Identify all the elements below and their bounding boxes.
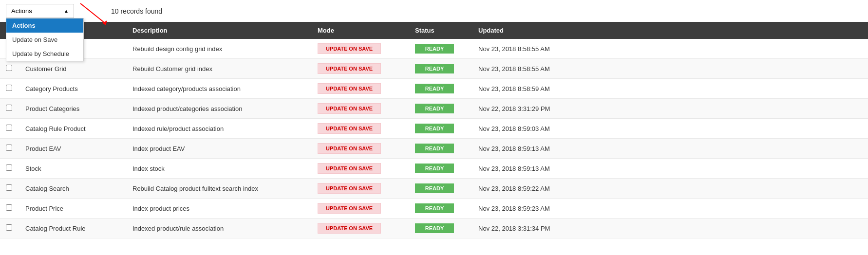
status-badge: READY: [415, 203, 454, 213]
row-name: Catalog Rule Product: [19, 119, 127, 139]
row-mode: UPDATE ON SAVE: [312, 219, 409, 238]
table-row: Product Categories Indexed product/categ…: [0, 99, 868, 119]
row-updated: Nov 23, 2018 8:58:55 AM: [472, 39, 868, 59]
row-name: Category Products: [19, 79, 127, 99]
row-checkbox[interactable]: [6, 224, 12, 231]
status-badge: READY: [415, 124, 454, 133]
row-name: Customer Grid: [19, 59, 127, 79]
row-updated: Nov 23, 2018 8:59:13 AM: [472, 159, 868, 179]
row-updated: Nov 23, 2018 8:59:22 AM: [472, 179, 868, 199]
dropdown-arrow-icon: ▲: [64, 8, 69, 14]
header-updated-col: Updated: [472, 22, 868, 39]
row-status: READY: [409, 159, 472, 179]
table-row: Catalog Product Rule Indexed product/rul…: [0, 219, 868, 238]
table-row: Stock Index stock UPDATE ON SAVE READY N…: [0, 159, 868, 179]
table-row: Design Config Grid Rebuild design config…: [0, 39, 868, 59]
status-badge: READY: [415, 164, 454, 173]
row-mode: UPDATE ON SAVE: [312, 99, 409, 119]
top-bar: Actions ▲ Actions Update on Save Update …: [0, 0, 868, 22]
actions-label: Actions: [11, 7, 32, 15]
row-mode: UPDATE ON SAVE: [312, 179, 409, 199]
row-mode: UPDATE ON SAVE: [312, 139, 409, 159]
row-status: READY: [409, 219, 472, 238]
row-checkbox[interactable]: [6, 145, 12, 151]
row-checkbox-cell: [0, 199, 19, 219]
mode-badge: UPDATE ON SAVE: [318, 83, 381, 94]
row-status: READY: [409, 199, 472, 219]
mode-badge: UPDATE ON SAVE: [318, 183, 381, 194]
menu-item-update-on-save[interactable]: Update on Save: [6, 33, 83, 47]
table-row: Product Price Index product prices UPDAT…: [0, 199, 868, 219]
row-checkbox-cell: [0, 179, 19, 199]
row-checkbox-cell: [0, 139, 19, 159]
row-updated: Nov 23, 2018 8:59:03 AM: [472, 119, 868, 139]
status-badge: READY: [415, 84, 454, 93]
row-mode: UPDATE ON SAVE: [312, 119, 409, 139]
row-mode: UPDATE ON SAVE: [312, 79, 409, 99]
svg-line-0: [80, 3, 105, 23]
row-description: Indexed product/categories association: [127, 99, 312, 119]
row-checkbox[interactable]: [6, 184, 12, 191]
mode-badge: UPDATE ON SAVE: [318, 63, 381, 74]
row-checkbox[interactable]: [6, 65, 12, 71]
row-status: READY: [409, 179, 472, 199]
row-updated: Nov 23, 2018 8:58:55 AM: [472, 59, 868, 79]
header-description-col: Description: [127, 22, 312, 39]
row-description: Index stock: [127, 159, 312, 179]
row-description: Index product prices: [127, 199, 312, 219]
row-checkbox-cell: [0, 99, 19, 119]
mode-badge: UPDATE ON SAVE: [318, 163, 381, 174]
row-checkbox[interactable]: [6, 105, 12, 111]
row-checkbox[interactable]: [6, 164, 12, 171]
row-name: Stock: [19, 159, 127, 179]
status-badge: READY: [415, 183, 454, 193]
row-description: Rebuild design config grid index: [127, 39, 312, 59]
row-status: READY: [409, 99, 472, 119]
menu-item-update-by-schedule[interactable]: Update by Schedule: [6, 47, 83, 61]
row-name: Catalog Product Rule: [19, 219, 127, 238]
row-description: Rebuild Catalog product fulltext search …: [127, 179, 312, 199]
row-checkbox-cell: [0, 219, 19, 238]
row-checkbox-cell: [0, 59, 19, 79]
actions-dropdown[interactable]: Actions ▲ Actions Update on Save Update …: [6, 4, 74, 18]
row-description: Indexed product/rule association: [127, 219, 312, 238]
row-description: Index product EAV: [127, 139, 312, 159]
header-mode-col: Mode: [312, 22, 409, 39]
actions-button[interactable]: Actions ▲: [6, 4, 74, 18]
row-checkbox[interactable]: [6, 125, 12, 131]
table-row: Category Products Indexed category/produ…: [0, 79, 868, 99]
mode-badge: UPDATE ON SAVE: [318, 223, 381, 234]
table-row: Catalog Rule Product Indexed rule/produc…: [0, 119, 868, 139]
row-status: READY: [409, 119, 472, 139]
table-row: Catalog Search Rebuild Catalog product f…: [0, 179, 868, 199]
mode-badge: UPDATE ON SAVE: [318, 123, 381, 134]
index-table: Name Description Mode Status Updated Des…: [0, 22, 868, 238]
row-checkbox-cell: [0, 119, 19, 139]
row-checkbox[interactable]: [6, 85, 12, 91]
row-description: Indexed rule/product association: [127, 119, 312, 139]
mode-badge: UPDATE ON SAVE: [318, 143, 381, 154]
table-header-row: Name Description Mode Status Updated: [0, 22, 868, 39]
menu-item-actions[interactable]: Actions: [6, 18, 83, 33]
mode-badge: UPDATE ON SAVE: [318, 103, 381, 114]
row-status: READY: [409, 139, 472, 159]
row-name: Product Categories: [19, 99, 127, 119]
status-badge: READY: [415, 104, 454, 113]
row-updated: Nov 23, 2018 8:59:23 AM: [472, 199, 868, 219]
row-updated: Nov 23, 2018 8:58:59 AM: [472, 79, 868, 99]
row-name: Catalog Search: [19, 179, 127, 199]
row-updated: Nov 22, 2018 3:31:34 PM: [472, 219, 868, 238]
row-checkbox-cell: [0, 159, 19, 179]
row-description: Indexed category/products association: [127, 79, 312, 99]
records-found-label: 10 records found: [111, 7, 162, 15]
status-badge: READY: [415, 223, 454, 233]
status-badge: READY: [415, 44, 454, 54]
row-checkbox[interactable]: [6, 204, 12, 211]
table-row: Product EAV Index product EAV UPDATE ON …: [0, 139, 868, 159]
actions-menu: Actions Update on Save Update by Schedul…: [6, 18, 84, 61]
row-mode: UPDATE ON SAVE: [312, 39, 409, 59]
table-row: Customer Grid Rebuild Customer grid inde…: [0, 59, 868, 79]
row-description: Rebuild Customer grid index: [127, 59, 312, 79]
row-checkbox-cell: [0, 79, 19, 99]
mode-badge: UPDATE ON SAVE: [318, 43, 381, 54]
